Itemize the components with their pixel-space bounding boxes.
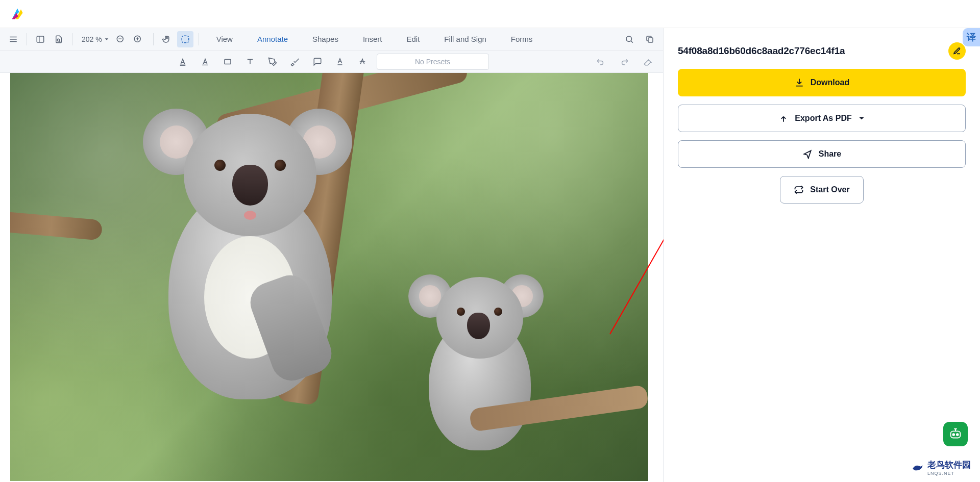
- primary-toolbar: 202 % View Annotate Shapes Insert Edit F…: [0, 28, 663, 50]
- export-label: Export As PDF: [795, 114, 851, 123]
- share-button[interactable]: Share: [678, 140, 966, 168]
- separator: [153, 33, 154, 45]
- svg-rect-0: [37, 36, 44, 42]
- app-logo: [10, 7, 24, 21]
- svg-rect-7: [225, 59, 231, 64]
- highlighter-icon[interactable]: [264, 54, 281, 70]
- eraser-icon[interactable]: [640, 54, 656, 70]
- separator: [199, 33, 199, 45]
- pan-hand-icon[interactable]: [159, 31, 175, 47]
- zoom-out-icon[interactable]: [112, 31, 129, 47]
- app-topbar: [0, 0, 980, 28]
- download-button[interactable]: Download: [678, 69, 966, 96]
- svg-point-11: [957, 434, 959, 436]
- zoom-level-dropdown[interactable]: 202 %: [80, 35, 111, 43]
- menu-bar: View Annotate Shapes Insert Edit Fill an…: [204, 28, 545, 50]
- chevron-down-icon: [858, 115, 865, 122]
- watermark-text: 老鸟软件园: [927, 460, 971, 470]
- actions-sidebar: 54f08a8d16b60d6c8aad2c776ec14f1a Downloa…: [664, 28, 980, 482]
- canvas-area[interactable]: [0, 73, 663, 482]
- menu-forms[interactable]: Forms: [499, 28, 545, 50]
- menu-shapes[interactable]: Shapes: [300, 28, 351, 50]
- document-image: [10, 73, 648, 481]
- translate-badge[interactable]: 译: [963, 28, 980, 46]
- menu-view[interactable]: View: [204, 28, 245, 50]
- svg-point-10: [952, 434, 954, 436]
- page-view-icon[interactable]: [51, 31, 67, 47]
- bird-icon: [911, 461, 924, 474]
- svg-rect-6: [202, 64, 208, 65]
- export-pdf-button[interactable]: Export As PDF: [678, 105, 966, 132]
- start-over-label: Start Over: [810, 185, 849, 194]
- assistant-button[interactable]: [943, 422, 968, 446]
- text-color-icon[interactable]: [175, 54, 191, 70]
- separator: [27, 33, 27, 45]
- editor-panel: 202 % View Annotate Shapes Insert Edit F…: [0, 28, 664, 482]
- text-tool-icon[interactable]: [242, 54, 258, 70]
- restart-icon: [794, 185, 804, 195]
- marker-icon[interactable]: [287, 54, 303, 70]
- upload-icon: [778, 113, 789, 123]
- menu-fill-sign[interactable]: Fill and Sign: [432, 28, 499, 50]
- select-region-icon[interactable]: [177, 31, 193, 47]
- svg-point-4: [626, 36, 632, 42]
- download-label: Download: [811, 78, 849, 87]
- svg-point-12: [920, 465, 921, 466]
- separator: [72, 33, 72, 45]
- watermark-subtext: LNQS.NET: [927, 471, 971, 476]
- strikethrough-icon[interactable]: [354, 54, 371, 70]
- zoom-in-icon[interactable]: [130, 31, 146, 47]
- svg-rect-5: [648, 38, 653, 42]
- share-icon: [802, 149, 813, 159]
- undo-icon[interactable]: [593, 54, 609, 70]
- start-over-button[interactable]: Start Over: [780, 176, 864, 204]
- svg-point-1: [57, 39, 60, 41]
- underline-icon[interactable]: [332, 54, 348, 70]
- menu-edit[interactable]: Edit: [394, 28, 432, 50]
- preset-label: No Presets: [415, 58, 450, 66]
- search-icon[interactable]: [621, 31, 638, 47]
- filename-label: 54f08a8d16b60d6c8aad2c776ec14f1a: [678, 45, 845, 57]
- download-icon: [794, 78, 804, 88]
- copy-icon[interactable]: [642, 31, 658, 47]
- text-highlight-icon[interactable]: [197, 54, 213, 70]
- rectangle-icon[interactable]: [219, 54, 236, 70]
- preset-dropdown[interactable]: No Presets: [377, 54, 489, 70]
- zoom-value: 202 %: [82, 35, 102, 43]
- share-label: Share: [819, 149, 841, 159]
- redo-icon[interactable]: [616, 54, 632, 70]
- menu-icon[interactable]: [5, 31, 21, 47]
- comment-icon[interactable]: [309, 54, 326, 70]
- sidebar-toggle-icon[interactable]: [32, 31, 48, 47]
- watermark: 老鸟软件园 LNQS.NET: [911, 459, 971, 476]
- menu-insert[interactable]: Insert: [351, 28, 395, 50]
- edit-filename-button[interactable]: [948, 42, 966, 60]
- annotate-toolbar: No Presets: [0, 50, 663, 73]
- menu-annotate[interactable]: Annotate: [245, 28, 300, 50]
